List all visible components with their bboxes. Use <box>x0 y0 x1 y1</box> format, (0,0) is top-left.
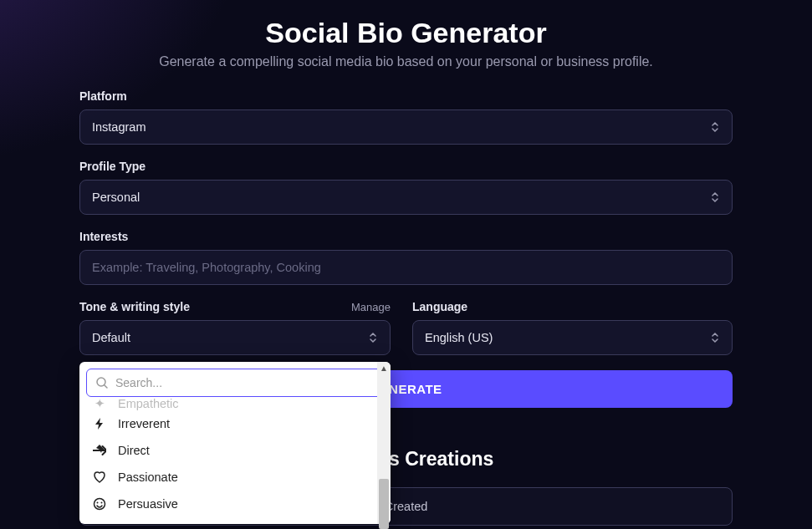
tone-option-label: Irreverent <box>118 417 170 430</box>
tone-option-label: Passionate <box>118 471 178 484</box>
dropdown-scrollbar[interactable]: ▲ <box>377 362 391 524</box>
tone-option[interactable]: Direct <box>86 437 384 464</box>
sparkle-icon: ✦ <box>91 397 108 410</box>
language-label: Language <box>412 300 733 313</box>
tone-option[interactable]: ✦ Empathetic <box>86 397 384 410</box>
tone-option[interactable]: Irreverent <box>86 410 384 437</box>
chevron-updown-icon <box>710 120 720 134</box>
search-icon <box>95 376 109 389</box>
tone-option-label: Persuasive <box>118 497 178 511</box>
platform-value: Instagram <box>92 120 146 134</box>
page-title: Social Bio Generator <box>79 17 733 49</box>
platform-select[interactable]: Instagram <box>79 109 733 145</box>
arrow-icon <box>91 444 108 457</box>
dropdown-search[interactable] <box>86 369 384 397</box>
interests-label: Interests <box>79 230 733 243</box>
tone-option[interactable]: Passionate <box>86 464 384 491</box>
scroll-up-icon[interactable]: ▲ <box>380 364 388 373</box>
manage-link[interactable]: Manage <box>351 301 391 313</box>
interests-input[interactable] <box>79 250 733 285</box>
svg-point-2 <box>97 502 99 504</box>
tone-option[interactable]: Persuasive <box>86 491 384 517</box>
profile-type-value: Personal <box>92 191 140 204</box>
profile-type-select[interactable]: Personal <box>79 180 733 215</box>
smile-icon <box>91 497 108 511</box>
bolt-icon <box>91 417 108 430</box>
chevron-updown-icon <box>710 191 720 204</box>
language-select[interactable]: English (US) <box>412 320 733 355</box>
tone-select[interactable]: Default <box>79 320 391 355</box>
page-subtitle: Generate a compelling social media bio b… <box>79 54 733 69</box>
tone-dropdown: ✦ Empathetic Irreverent Direct <box>79 362 391 524</box>
heart-icon <box>91 471 108 484</box>
tone-option-label: Empathetic <box>118 397 179 410</box>
chevron-updown-icon <box>368 331 378 344</box>
tone-label: Tone & writing style <box>79 300 190 313</box>
dropdown-search-input[interactable] <box>115 376 375 389</box>
svg-point-3 <box>101 502 103 504</box>
profile-type-label: Profile Type <box>79 160 733 173</box>
platform-label: Platform <box>79 89 733 103</box>
tone-value: Default <box>92 331 130 344</box>
tone-option-label: Direct <box>118 444 150 457</box>
chevron-updown-icon <box>710 331 720 344</box>
scroll-thumb[interactable] <box>379 479 389 529</box>
language-value: English (US) <box>425 331 493 344</box>
